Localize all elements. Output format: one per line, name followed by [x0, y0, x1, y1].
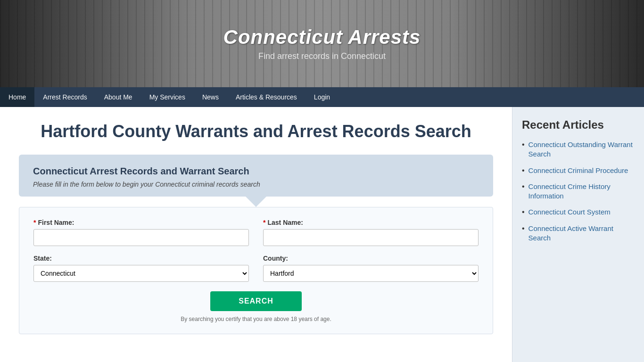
certify-text: By searching you certify that you are ab…	[33, 316, 479, 322]
nav-about-me[interactable]: About Me	[96, 87, 141, 107]
site-title: Connecticut Arrests	[223, 26, 421, 49]
site-header: Connecticut Arrests Find arrest records …	[0, 0, 644, 87]
bullet-icon-2: •	[522, 166, 525, 175]
article-link-1[interactable]: Connecticut Outstanding Warrant Search	[528, 140, 635, 159]
article-link-5[interactable]: Connecticut Active Warrant Search	[528, 224, 635, 243]
article-link-2[interactable]: Connecticut Criminal Procedure	[528, 166, 628, 175]
required-star-firstname: *	[33, 219, 36, 226]
page-title: Hartford County Warrants and Arrest Reco…	[19, 121, 493, 141]
list-item: • Connecticut Outstanding Warrant Search	[522, 140, 635, 159]
bullet-icon-5: •	[522, 224, 525, 233]
list-item: • Connecticut Active Warrant Search	[522, 224, 635, 243]
content-area: Hartford County Warrants and Arrest Reco…	[0, 107, 512, 362]
state-select[interactable]: Connecticut	[33, 265, 249, 282]
location-row: State: Connecticut County: Hartford	[33, 255, 479, 282]
last-name-input[interactable]	[263, 229, 479, 246]
required-star-lastname: *	[263, 219, 265, 226]
header-content: Connecticut Arrests Find arrest records …	[223, 26, 421, 61]
last-name-group: *Last Name:	[263, 219, 479, 246]
nav-my-services[interactable]: My Services	[141, 87, 194, 107]
last-name-label: *Last Name:	[263, 219, 479, 226]
main-navigation: Home Arrest Records About Me My Services…	[0, 87, 644, 107]
county-select[interactable]: Hartford	[263, 265, 479, 282]
nav-login[interactable]: Login	[305, 87, 339, 107]
search-box-subtitle: Please fill in the form below to begin y…	[33, 181, 479, 188]
state-group: State: Connecticut	[33, 255, 249, 282]
search-button[interactable]: SEARCH	[210, 291, 302, 311]
search-box-title: Connecticut Arrest Records and Warrant S…	[33, 166, 479, 177]
state-label: State:	[33, 255, 249, 262]
bullet-icon-1: •	[522, 140, 525, 149]
bullet-icon-4: •	[522, 208, 525, 216]
nav-articles-resources[interactable]: Articles & Resources	[227, 87, 305, 107]
list-item: • Connecticut Crime History Information	[522, 182, 635, 201]
list-item: • Connecticut Criminal Procedure	[522, 166, 635, 175]
nav-home[interactable]: Home	[0, 87, 34, 107]
first-name-group: *First Name:	[33, 219, 249, 246]
article-link-3[interactable]: Connecticut Crime History Information	[528, 182, 635, 201]
nav-arrest-records[interactable]: Arrest Records	[34, 87, 95, 107]
site-subtitle: Find arrest records in Connecticut	[223, 51, 421, 61]
sidebar: Recent Articles • Connecticut Outstandin…	[512, 107, 644, 362]
recent-articles-list: • Connecticut Outstanding Warrant Search…	[522, 140, 635, 243]
main-wrapper: Hartford County Warrants and Arrest Reco…	[0, 107, 644, 362]
arrow-down-icon	[246, 197, 266, 207]
bullet-icon-3: •	[522, 182, 525, 191]
form-container: *First Name: *Last Name: State: Connecti…	[19, 207, 493, 334]
sidebar-title: Recent Articles	[522, 118, 635, 132]
county-label: County:	[263, 255, 479, 262]
search-box-header: Connecticut Arrest Records and Warrant S…	[19, 155, 493, 197]
list-item: • Connecticut Court System	[522, 207, 635, 217]
first-name-input[interactable]	[33, 229, 249, 246]
county-group: County: Hartford	[263, 255, 479, 282]
first-name-label: *First Name:	[33, 219, 249, 226]
article-link-4[interactable]: Connecticut Court System	[528, 207, 611, 217]
name-row: *First Name: *Last Name:	[33, 219, 479, 246]
nav-news[interactable]: News	[194, 87, 227, 107]
